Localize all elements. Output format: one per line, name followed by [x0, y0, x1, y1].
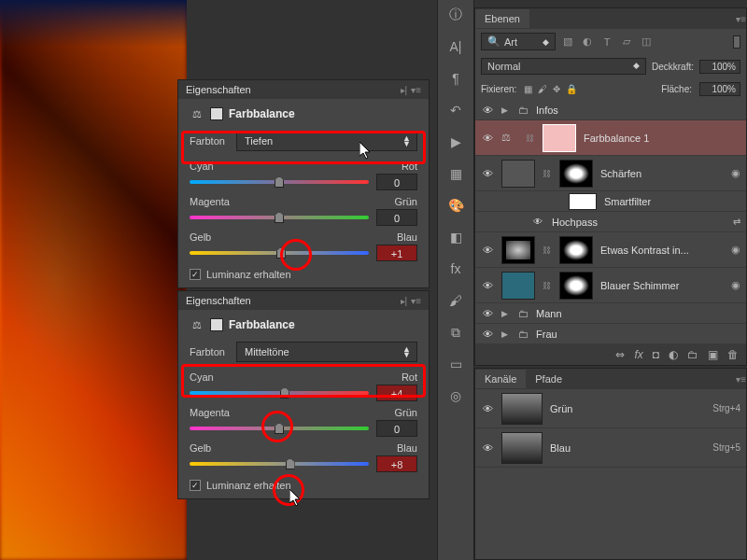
document-canvas[interactable]: [0, 0, 187, 560]
layer-row[interactable]: 👁 ⛓ Blauer Schimmer ◉: [475, 268, 746, 303]
brushes-icon[interactable]: 🖌: [446, 291, 465, 310]
filter-type-icon[interactable]: T: [600, 35, 613, 49]
layer-mask-thumb[interactable]: [559, 236, 593, 264]
layer-row[interactable]: 👁 Hochpass ⇄: [475, 212, 746, 232]
panel-menu-icon[interactable]: ▾≡: [736, 374, 746, 385]
layer-name[interactable]: Etwas Kontrast in...: [600, 245, 724, 256]
filter-smart-icon[interactable]: ◫: [640, 35, 653, 49]
layer-filter-type[interactable]: 🔍 Art ◆: [481, 33, 556, 50]
collapse-icon[interactable]: ▸|: [401, 296, 408, 306]
layer-fx-icon[interactable]: fx: [634, 348, 642, 361]
preserve-luminosity-checkbox[interactable]: ✓: [190, 480, 201, 491]
layer-mask-thumb[interactable]: [559, 272, 593, 300]
new-layer-icon[interactable]: ▣: [708, 348, 718, 361]
paragraph-icon[interactable]: ¶: [446, 69, 465, 88]
tone-dropdown[interactable]: Tiefen ▲▼: [236, 131, 417, 151]
info-icon[interactable]: ⓘ: [446, 6, 465, 24]
layer-name[interactable]: Farbbalance 1: [584, 133, 740, 144]
delete-layer-icon[interactable]: 🗑: [727, 348, 739, 361]
visibility-toggle[interactable]: 👁: [531, 217, 544, 227]
slider-track[interactable]: [190, 251, 369, 255]
filter-adjustment-icon[interactable]: ◐: [581, 35, 594, 49]
filter-toggle-switch[interactable]: [733, 35, 740, 49]
fill-input[interactable]: 100%: [699, 82, 740, 96]
slider-value-input[interactable]: 0: [376, 174, 417, 190]
layer-name[interactable]: Hochpass: [552, 217, 726, 228]
filter-pixel-icon[interactable]: ▧: [561, 35, 574, 49]
preserve-luminosity-checkbox[interactable]: ✓: [190, 269, 201, 280]
layer-row[interactable]: Smartfilter: [475, 191, 746, 212]
color-icon[interactable]: 🎨: [446, 196, 465, 215]
lock-all-icon[interactable]: 🔒: [566, 84, 577, 94]
layer-row[interactable]: 👁 ⛓ Etwas Kontrast in... ◉: [475, 232, 746, 268]
visibility-toggle[interactable]: 👁: [481, 245, 494, 256]
tab-paths[interactable]: Pfade: [526, 370, 571, 388]
add-mask-icon[interactable]: ◘: [653, 348, 659, 361]
visibility-toggle[interactable]: 👁: [481, 329, 494, 340]
layer-name[interactable]: Infos: [536, 105, 740, 116]
layer-row[interactable]: 👁 ▶ 🗀 Mann: [475, 303, 746, 324]
new-adjustment-icon[interactable]: ◐: [669, 348, 678, 361]
slider-thumb[interactable]: [275, 176, 284, 188]
tone-dropdown[interactable]: Mitteltöne ▲▼: [236, 342, 417, 362]
mask-icon[interactable]: [210, 107, 223, 120]
layer-name[interactable]: Mann: [536, 308, 740, 319]
disclosure-icon[interactable]: ▶: [501, 105, 511, 115]
slider-track[interactable]: [190, 462, 369, 466]
slider-thumb[interactable]: [286, 458, 295, 469]
opacity-input[interactable]: 100%: [699, 60, 740, 74]
tool-presets-icon[interactable]: ▭: [446, 355, 465, 373]
tab-layers[interactable]: Ebenen: [475, 9, 529, 28]
slider-value-input[interactable]: +1: [376, 245, 417, 261]
layer-thumb[interactable]: [501, 160, 535, 188]
smart-filter-toggle-icon[interactable]: ◉: [731, 167, 740, 179]
layer-row[interactable]: 👁 ⛓ Schärfen ◉: [475, 156, 746, 191]
slider-thumb[interactable]: [275, 212, 284, 223]
channel-row[interactable]: 👁 Blau Strg+5: [475, 428, 746, 468]
layer-name[interactable]: Frau: [536, 329, 740, 340]
panel-menu-icon[interactable]: ▾≡: [736, 14, 746, 24]
panel-header[interactable]: Eigenschaften ▸| ▾≡: [178, 80, 429, 99]
navigator-icon[interactable]: ◎: [446, 386, 465, 405]
history-icon[interactable]: ↶: [446, 101, 465, 119]
slider-value-input[interactable]: +8: [376, 455, 417, 472]
adjustments-icon[interactable]: ◧: [446, 228, 465, 246]
filter-mask-thumb[interactable]: [569, 193, 597, 210]
layer-name[interactable]: Schärfen: [600, 168, 724, 179]
slider-value-input[interactable]: 0: [376, 209, 417, 226]
lock-position-icon[interactable]: ✥: [553, 84, 560, 94]
lock-transparency-icon[interactable]: ▦: [524, 84, 532, 94]
panel-menu-icon[interactable]: ▾≡: [411, 85, 421, 95]
visibility-toggle[interactable]: 👁: [481, 442, 494, 454]
layer-name[interactable]: Blauer Schimmer: [600, 280, 724, 291]
panel-header[interactable]: Eigenschaften ▸| ▾≡: [178, 291, 429, 310]
new-group-icon[interactable]: 🗀: [687, 348, 698, 361]
layer-thumb[interactable]: [501, 236, 535, 264]
slider-track[interactable]: [190, 180, 369, 184]
layer-mask-thumb[interactable]: [559, 160, 593, 188]
visibility-toggle[interactable]: 👁: [481, 308, 494, 319]
visibility-toggle[interactable]: 👁: [481, 133, 494, 144]
slider-value-input[interactable]: 0: [376, 420, 417, 437]
mask-icon[interactable]: [210, 318, 223, 331]
panel-menu-icon[interactable]: ▾≡: [411, 296, 421, 306]
slider-thumb[interactable]: [280, 387, 289, 399]
character-icon[interactable]: A|: [446, 37, 465, 56]
layer-row[interactable]: 👁 ⚖ ⛓ Farbbalance 1: [475, 120, 746, 156]
lock-pixels-icon[interactable]: 🖌: [538, 84, 547, 94]
layer-thumb[interactable]: [501, 272, 535, 300]
visibility-toggle[interactable]: 👁: [481, 403, 494, 414]
collapse-icon[interactable]: ▸|: [401, 85, 408, 95]
visibility-toggle[interactable]: 👁: [481, 280, 494, 291]
filter-shape-icon[interactable]: ▱: [620, 35, 633, 49]
slider-track[interactable]: [190, 427, 369, 430]
clone-icon[interactable]: ⧉: [446, 323, 465, 342]
link-layers-icon[interactable]: ⇔: [615, 348, 625, 361]
slider-track[interactable]: [190, 216, 369, 219]
filter-blend-icon[interactable]: ⇄: [733, 217, 740, 227]
visibility-toggle[interactable]: 👁: [481, 105, 494, 116]
slider-thumb[interactable]: [276, 247, 286, 259]
actions-icon[interactable]: ▶: [446, 133, 465, 151]
swatches-icon[interactable]: ▦: [446, 164, 465, 183]
layer-mask-thumb[interactable]: [543, 124, 576, 152]
